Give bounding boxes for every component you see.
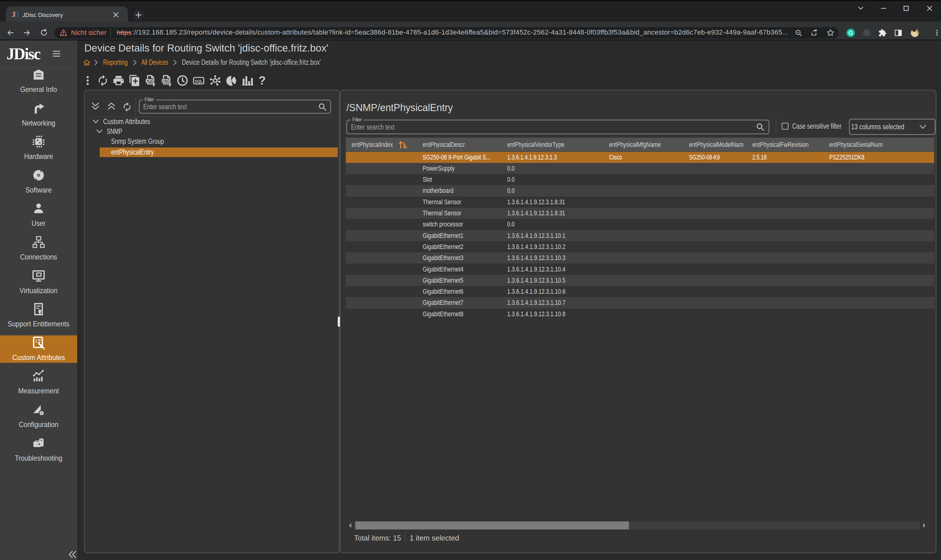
svg-text:XLS: XLS [147,79,153,83]
svg-text:?: ? [258,74,265,87]
svg-text:CSV: CSV [162,79,168,83]
svg-text:SQL: SQL [195,79,202,84]
